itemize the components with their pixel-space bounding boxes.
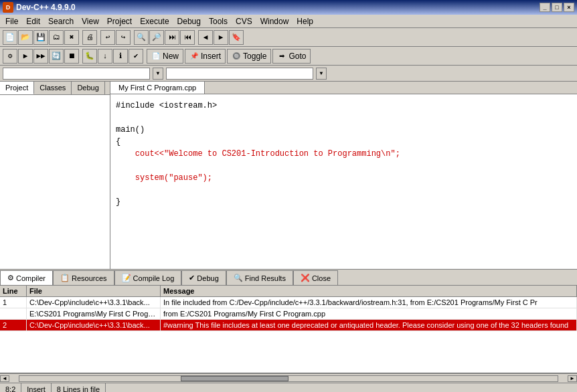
editor-mode: Insert xyxy=(21,383,52,392)
menu-file[interactable]: File xyxy=(1,15,22,27)
log-line-2 xyxy=(0,308,27,319)
check-icon[interactable]: ✔ xyxy=(129,49,143,64)
editor-content[interactable]: #include <iostream.h> main() { cout<<"We… xyxy=(110,94,577,269)
editor-tab-main[interactable]: My First C Program.cpp xyxy=(110,82,205,94)
cursor-position: 8:2 xyxy=(0,383,21,392)
compile-run-icon[interactable]: ▶▶ xyxy=(33,49,48,64)
print-icon[interactable]: 🖨 xyxy=(82,30,97,45)
print-tools: 🖨 xyxy=(82,30,97,45)
function-combo-arrow[interactable]: ▼ xyxy=(316,68,327,80)
find-next-icon[interactable]: ⏭ xyxy=(165,30,179,45)
tab-debug[interactable]: Debug xyxy=(72,82,104,94)
header-file: File xyxy=(27,286,161,296)
title-bar-left: D Dev-C++ 4.9.9.0 xyxy=(3,2,76,13)
bookmark-icon[interactable]: 🔖 xyxy=(229,30,244,45)
goto-button[interactable]: ➡ Goto xyxy=(272,49,311,64)
tab-compiler[interactable]: ⚙ Compiler xyxy=(0,270,53,285)
menu-bar: File Edit Search View Project Execute De… xyxy=(0,15,577,28)
log-row-1[interactable]: 1 C:\Dev-Cpp\include\c++\3.3.1\back... I… xyxy=(0,297,577,308)
stop-icon[interactable]: ⏹ xyxy=(64,49,79,64)
menu-window[interactable]: Window xyxy=(256,15,293,27)
minimize-button[interactable]: _ xyxy=(540,3,550,12)
line-count: 8 Lines in file xyxy=(52,383,106,392)
editor-tabs: My First C Program.cpp xyxy=(110,82,577,94)
menu-cvs[interactable]: CVS xyxy=(232,15,256,27)
debug-tools: 🐛 ↓ ℹ ✔ xyxy=(82,49,143,64)
menu-search[interactable]: Search xyxy=(44,15,78,27)
search-combo-arrow[interactable]: ▼ xyxy=(153,68,163,80)
code-line-6 xyxy=(116,160,572,172)
editor-area: My First C Program.cpp #include <iostrea… xyxy=(110,82,577,269)
tab-close[interactable]: ❌ Close xyxy=(293,270,338,285)
toolbar-row2: ⚙ ▶ ▶▶ 🔄 ⏹ 🐛 ↓ ℹ ✔ 📄 New 📌 Insert 🔘 Togg… xyxy=(0,47,577,66)
forward-icon[interactable]: ▶ xyxy=(214,30,228,45)
back-icon[interactable]: ◀ xyxy=(198,30,213,45)
goto-icon: ➡ xyxy=(277,52,286,61)
search-bar: ▼ ▼ xyxy=(0,66,577,82)
new-button[interactable]: 📄 New xyxy=(147,49,183,64)
tab-classes[interactable]: Classes xyxy=(34,82,72,94)
menu-debug[interactable]: Debug xyxy=(173,15,205,27)
open-file-icon[interactable]: 📂 xyxy=(18,30,33,45)
log-table: Line File Message 1 C:\Dev-Cpp\include\c… xyxy=(0,286,577,373)
redo-icon[interactable]: ↪ xyxy=(116,30,131,45)
find-icon[interactable]: 🔍 xyxy=(134,30,149,45)
title-bar-buttons[interactable]: _ □ × xyxy=(540,3,574,12)
nav-tools: ◀ ▶ 🔖 xyxy=(198,30,244,45)
step-icon[interactable]: ↓ xyxy=(98,49,112,64)
status-bar: 8:2 Insert 8 Lines in file xyxy=(0,383,577,392)
info-icon[interactable]: ℹ xyxy=(113,49,128,64)
log-msg-2: from E:/CS201 Programs/My First C Progra… xyxy=(161,308,577,319)
bottom-panel: ⚙ Compiler 📋 Resources 📝 Compile Log ✔ D… xyxy=(0,269,577,383)
scroll-left-button[interactable]: ◀ xyxy=(0,375,9,382)
save-icon[interactable]: 💾 xyxy=(33,30,48,45)
undo-icon[interactable]: ↩ xyxy=(100,30,115,45)
new-file-icon[interactable]: 📄 xyxy=(3,30,17,45)
left-tabs: Project Classes Debug xyxy=(0,82,110,95)
scroll-thumb[interactable] xyxy=(181,376,288,381)
log-msg-1: In file included from C:/Dev-Cpp/include… xyxy=(161,297,577,308)
scroll-right-button[interactable]: ▶ xyxy=(568,375,577,382)
history-tools: ↩ ↪ xyxy=(100,30,131,45)
menu-help[interactable]: Help xyxy=(293,15,317,27)
log-file-1: C:\Dev-Cpp\include\c++\3.3.1\back... xyxy=(27,297,161,308)
scroll-track[interactable] xyxy=(19,375,558,382)
code-line-8 xyxy=(116,184,572,196)
insert-button[interactable]: 📌 Insert xyxy=(185,49,226,64)
header-line: Line xyxy=(0,286,27,296)
run-icon[interactable]: ▶ xyxy=(18,49,33,64)
log-row-3[interactable]: 2 C:\Dev-Cpp\include\c++\3.3.1\back... #… xyxy=(0,320,577,331)
tab-project[interactable]: Project xyxy=(0,82,34,94)
log-file-3: C:\Dev-Cpp\include\c++\3.3.1\back... xyxy=(27,320,161,330)
find-prev-icon[interactable]: ⏮ xyxy=(180,30,195,45)
tab-debug-log[interactable]: ✔ Debug xyxy=(181,270,226,285)
maximize-button[interactable]: □ xyxy=(552,3,562,12)
log-row-2[interactable]: E:\CS201 Programs\My First C Progra... f… xyxy=(0,308,577,320)
close-button[interactable]: × xyxy=(564,3,574,12)
menu-edit[interactable]: Edit xyxy=(22,15,44,27)
code-line-2 xyxy=(116,112,572,124)
left-panel: Project Classes Debug xyxy=(0,82,110,269)
rebuild-icon[interactable]: 🔄 xyxy=(49,49,64,64)
find-replace-icon[interactable]: 🔎 xyxy=(149,30,164,45)
menu-view[interactable]: View xyxy=(78,15,103,27)
file-tools: 📄 📂 💾 🗂 ✖ xyxy=(3,30,79,45)
menu-tools[interactable]: Tools xyxy=(205,15,232,27)
tab-compile-log[interactable]: 📝 Compile Log xyxy=(114,270,182,285)
close-file-icon[interactable]: ✖ xyxy=(64,30,79,45)
menu-execute[interactable]: Execute xyxy=(136,15,173,27)
tab-find-results[interactable]: 🔍 Find Results xyxy=(226,270,293,285)
save-all-icon[interactable]: 🗂 xyxy=(49,30,64,45)
main-area: Project Classes Debug My First C Program… xyxy=(0,82,577,269)
menu-project[interactable]: Project xyxy=(103,15,136,27)
code-line-4: { xyxy=(116,136,572,148)
search-input[interactable] xyxy=(3,68,150,80)
function-combo[interactable] xyxy=(166,68,313,80)
tab-resources[interactable]: 📋 Resources xyxy=(53,270,114,285)
code-line-7: system("pause"); xyxy=(116,172,572,184)
log-line-1: 1 xyxy=(0,297,27,308)
toggle-button[interactable]: 🔘 Toggle xyxy=(227,49,271,64)
code-line-3: main() xyxy=(116,124,572,136)
compile-icon[interactable]: ⚙ xyxy=(3,49,17,64)
debug-icon[interactable]: 🐛 xyxy=(82,49,97,64)
